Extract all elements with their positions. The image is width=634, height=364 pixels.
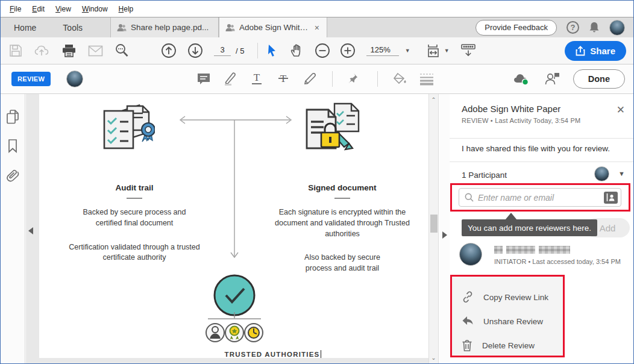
highlight-icon[interactable] xyxy=(221,70,239,88)
scroll-up-icon[interactable]: ⌃ xyxy=(429,96,438,103)
scroll-down-icon[interactable]: ⌄ xyxy=(429,354,438,361)
bell-icon[interactable] xyxy=(589,22,600,33)
initiator-name-blurred xyxy=(494,246,621,254)
tab-label: Share help page.pd... xyxy=(131,23,212,32)
close-icon[interactable]: ✕ xyxy=(617,105,625,115)
tooltip-text: You can add more reviewers here. xyxy=(468,224,591,233)
next-page-icon[interactable] xyxy=(186,42,204,60)
pencil-icon[interactable] xyxy=(301,70,319,88)
page-number-input[interactable]: 3 xyxy=(214,45,231,56)
menu-view[interactable]: View xyxy=(50,5,77,13)
signed-document-icon xyxy=(301,99,363,157)
divider xyxy=(334,198,350,199)
fill-color-icon[interactable] xyxy=(391,70,409,88)
share-icon xyxy=(576,46,585,56)
audit-trail-icon xyxy=(99,101,155,153)
chevron-down-icon[interactable]: ▼ xyxy=(444,48,450,54)
attachment-icon[interactable] xyxy=(5,168,20,182)
zoom-level-input[interactable]: 125% xyxy=(366,45,398,56)
person-icon xyxy=(117,24,127,32)
search-icon xyxy=(465,193,474,202)
trusted-authorities-icons xyxy=(203,312,266,347)
tab-bar: Home Tools Share help page.pd... Adobe S… xyxy=(1,17,633,37)
tab-label: Adobe Sign White ... xyxy=(239,23,309,32)
tab-tools[interactable]: Tools xyxy=(49,17,96,37)
review-panel: Adobe Sign White Paper REVIEW • Last Act… xyxy=(450,94,633,363)
review-actions-menu: Copy Review Link Unshare Review Delete R… xyxy=(450,275,565,357)
user-avatar[interactable] xyxy=(609,20,625,36)
select-tool-icon[interactable] xyxy=(263,42,281,60)
tooltip-arrow xyxy=(505,213,517,220)
zoom-out-icon[interactable] xyxy=(313,42,331,60)
initiator-status: INITIATOR • Last accessed today, 3:54 PM xyxy=(494,258,621,265)
collapse-right-panel-icon[interactable] xyxy=(442,231,447,239)
action-label: Delete Review xyxy=(482,341,535,350)
add-reviewer-icon[interactable] xyxy=(543,70,561,88)
comment-icon[interactable] xyxy=(195,70,213,88)
hand-tool-icon[interactable] xyxy=(288,42,306,60)
menu-file[interactable]: File xyxy=(4,5,27,13)
provide-feedback-button[interactable]: Provide Feedback xyxy=(476,20,557,36)
tab-home[interactable]: Home xyxy=(1,17,49,37)
tab-adobe-sign-white[interactable]: Adobe Sign White ... × xyxy=(219,17,327,37)
chevron-down-icon[interactable]: ▼ xyxy=(405,48,410,54)
check-icon xyxy=(212,272,257,318)
menu-edit[interactable]: Edit xyxy=(27,5,50,13)
navigation-rail xyxy=(1,94,25,363)
close-icon[interactable]: × xyxy=(313,24,321,32)
share-button[interactable]: Share xyxy=(565,41,626,61)
unshare-review-item[interactable]: Unshare Review xyxy=(462,309,563,333)
document-background xyxy=(39,358,428,363)
print-icon[interactable] xyxy=(60,42,78,60)
reading-mode-icon[interactable] xyxy=(459,42,477,60)
pdf-page: Audit trail Backed by secure process and… xyxy=(39,94,428,358)
initiator-avatar xyxy=(459,243,482,266)
save-icon[interactable] xyxy=(7,42,25,60)
copy-review-link-item[interactable]: Copy Review Link xyxy=(462,285,563,309)
scrollbar-thumb[interactable] xyxy=(430,215,438,233)
participant-avatar xyxy=(594,166,609,181)
help-icon[interactable]: ? xyxy=(567,21,579,34)
line-weight-icon[interactable] xyxy=(418,70,436,88)
chevron-down-icon[interactable]: ▼ xyxy=(618,170,625,177)
review-message: I have shared this file with you for rev… xyxy=(462,144,610,153)
fit-width-icon[interactable] xyxy=(425,42,443,60)
page-total-label: / 5 xyxy=(236,46,244,55)
underline-text-icon[interactable]: T xyxy=(248,70,266,88)
zoom-in-icon[interactable] xyxy=(339,42,357,60)
upload-cloud-icon[interactable] xyxy=(33,42,51,60)
menu-help[interactable]: Help xyxy=(113,5,139,13)
participant-row: INITIATOR • Last accessed today, 3:54 PM xyxy=(459,243,621,266)
strikethrough-text-icon[interactable]: T xyxy=(274,70,292,88)
acrobat-window: File Edit View Window Help Home Tools Sh… xyxy=(0,0,634,364)
action-label: Unshare Review xyxy=(483,317,543,326)
reply-arrow-icon xyxy=(462,316,474,327)
pages-icon[interactable] xyxy=(6,110,19,124)
signed-document-text-2: Also backed by secure process and audit … xyxy=(291,253,394,274)
bookmark-icon[interactable] xyxy=(7,139,19,153)
address-book-icon[interactable] xyxy=(604,192,618,204)
flow-arrows xyxy=(172,111,300,262)
search-input[interactable] xyxy=(478,193,604,202)
previous-page-icon[interactable] xyxy=(160,42,178,60)
vertical-scrollbar[interactable]: ⌃ ⌄ xyxy=(428,94,439,363)
person-icon xyxy=(225,24,235,32)
panel-title: Adobe Sign White Paper xyxy=(462,104,560,114)
divider xyxy=(127,198,142,199)
review-badge: REVIEW xyxy=(11,72,51,86)
cloud-status-icon xyxy=(513,70,531,88)
email-icon[interactable] xyxy=(86,42,104,60)
tab-share-help-page[interactable]: Share help page.pd... xyxy=(110,17,219,37)
pin-icon[interactable] xyxy=(346,70,364,88)
search-icon[interactable] xyxy=(113,42,131,60)
add-reviewers-tooltip: You can add more reviewers here. xyxy=(462,219,597,236)
collapse-left-panel-icon[interactable] xyxy=(28,227,33,234)
reviewer-avatar[interactable] xyxy=(66,71,83,87)
reviewer-search-field[interactable] xyxy=(459,188,621,207)
action-label: Copy Review Link xyxy=(483,293,548,302)
review-toolbar: REVIEW T T xyxy=(1,64,633,94)
text-cursor xyxy=(321,350,321,358)
done-button[interactable]: Done xyxy=(573,69,625,89)
delete-review-item[interactable]: Delete Review xyxy=(462,333,563,357)
menu-window[interactable]: Window xyxy=(77,5,113,13)
